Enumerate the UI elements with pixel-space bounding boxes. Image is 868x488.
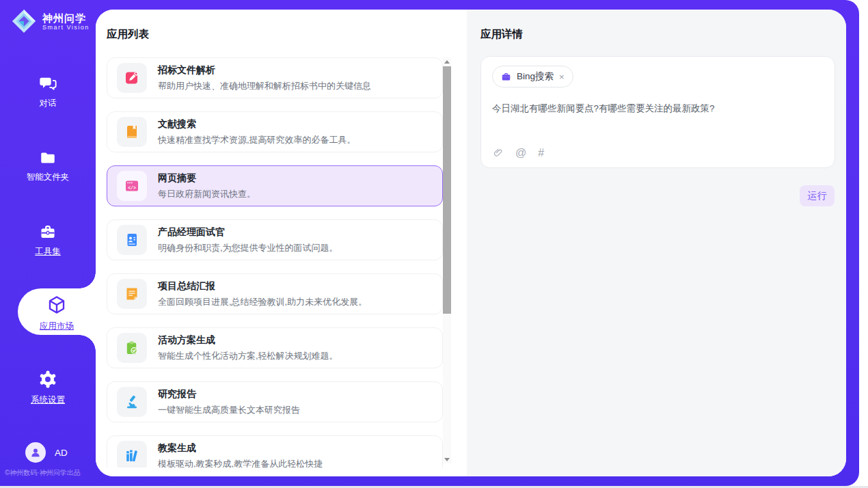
app-card-text: 产品经理面试官 明确身份和职责,为您提供专业性的面试问题。 (158, 226, 338, 254)
window-frame: 神州问学 Smart Vision 对话 智能文件夹 (0, 0, 859, 486)
gear-icon (38, 369, 58, 390)
pen-document-icon (117, 63, 147, 93)
app-title: 活动方案生成 (158, 334, 338, 347)
app-description: 每日政府新闻资讯快查。 (158, 188, 256, 200)
toolbox-icon (38, 223, 58, 241)
copyright-text: ©神州数码·神州问学出品 (5, 468, 94, 478)
app-title: 产品经理面试官 (158, 226, 338, 239)
app-card-text: 研究报告 一键智能生成高质量长文本研究报告 (158, 388, 300, 416)
scrollbar-down-arrow[interactable] (443, 455, 451, 463)
sidebar-item-label: 工具集 (0, 246, 96, 258)
app-description: 一键智能生成高质量长文本研究报告 (158, 404, 300, 416)
brand-subtitle: Smart Vision (42, 24, 90, 31)
hashtag-icon[interactable]: # (538, 148, 544, 159)
app-title: 招标文件解析 (158, 64, 371, 77)
content-area: 应用列表 招标文件解析 帮助用户快速、准确地理解和解析招标书 (96, 10, 846, 476)
app-card-event-plan-generator[interactable]: 活动方案生成 智能生成个性化活动方案,轻松解决规划难题。 (107, 327, 443, 368)
note-icon (117, 279, 147, 309)
app-title: 项目总结汇报 (158, 280, 367, 293)
app-description: 智能生成个性化活动方案,轻松解决规划难题。 (158, 350, 338, 362)
scrollbar-thumb[interactable] (443, 66, 451, 314)
app-card-bid-document-parse[interactable]: 招标文件解析 帮助用户快速、准确地理解和解析招标书中的关键信息 (107, 57, 443, 98)
brand-text: 神州问学 Smart Vision (42, 12, 90, 31)
app-description: 全面回顾项目进展,总结经验教训,助力未来优化发展。 (158, 296, 367, 308)
app-title: 教案生成 (158, 442, 323, 455)
microscope-icon (117, 387, 147, 417)
paperclip-icon[interactable] (493, 147, 504, 159)
app-card-text: 教案生成 模板驱动,教案秒成,教学准备从此轻松快捷 (158, 442, 323, 468)
app-card-research-report[interactable]: 研究报告 一键智能生成高质量长文本研究报告 (107, 381, 443, 422)
sidebar-item-label: 系统设置 (0, 394, 96, 406)
browser-code-icon: </> (117, 171, 147, 201)
books-icon (117, 441, 147, 467)
mention-icon[interactable]: @ (515, 148, 526, 159)
sidebar-item-label: 智能文件夹 (0, 172, 96, 183)
app-list-panel: 应用列表 招标文件解析 帮助用户快速、准确地理解和解析招标书 (96, 10, 467, 476)
app-list-title: 应用列表 (107, 27, 149, 42)
app-description: 模板驱动,教案秒成,教学准备从此轻松快捷 (158, 458, 323, 468)
app-list: 招标文件解析 帮助用户快速、准确地理解和解析招标书中的关键信息 (107, 57, 443, 467)
sidebar: 神州问学 Smart Vision 对话 智能文件夹 (0, 0, 96, 486)
app-card-text: 招标文件解析 帮助用户快速、准确地理解和解析招标书中的关键信息 (158, 64, 371, 92)
app-card-text: 活动方案生成 智能生成个性化活动方案,轻松解决规划难题。 (158, 334, 338, 362)
app-title: 研究报告 (158, 388, 300, 401)
app-card-webpage-summary[interactable]: </> 网页摘要 每日政府新闻资讯快查。 (107, 165, 443, 206)
user-row: AD (25, 442, 68, 463)
cube-icon (46, 295, 67, 315)
app-description: 快速精准查找学术资源,提高研究效率的必备工具。 (158, 134, 356, 146)
sidebar-item-label: 对话 (0, 98, 96, 109)
app-card-text: 项目总结汇报 全面回顾项目进展,总结经验教训,助力未来优化发展。 (158, 280, 367, 308)
tag-close-icon[interactable]: × (559, 72, 565, 82)
app-card-lesson-plan-generator[interactable]: 教案生成 模板驱动,教案秒成,教学准备从此轻松快捷 (107, 435, 443, 467)
app-title: 文献搜索 (158, 118, 356, 131)
folder-icon (38, 149, 58, 167)
diamond-logo-icon (11, 8, 37, 34)
app-card-literature-search[interactable]: 文献搜索 快速精准查找学术资源,提高研究效率的必备工具。 (107, 111, 443, 152)
list-scrollbar (443, 57, 451, 463)
briefcase-icon (501, 72, 511, 82)
attachment-toolbar: @ # (493, 147, 544, 159)
scrollbar-up-arrow[interactable] (443, 57, 451, 66)
app-detail-panel: 应用详情 Bing搜索 × 今日湖北有哪些新闻要点?有哪些需要关注的最新政策? (467, 10, 846, 476)
app-card-text: 文献搜索 快速精准查找学术资源,提高研究效率的必备工具。 (158, 118, 356, 146)
app-detail-title: 应用详情 (480, 27, 523, 42)
user-initials: AD (55, 448, 68, 458)
sidebar-item-chat[interactable]: 对话 (0, 74, 96, 109)
app-card-pm-interviewer[interactable]: 产品经理面试官 明确身份和职责,为您提供专业性的面试问题。 (107, 219, 443, 260)
sidebar-item-app-market[interactable]: 应用市场 (18, 288, 96, 335)
app-description: 明确身份和职责,为您提供专业性的面试问题。 (158, 242, 338, 254)
sidebar-item-settings[interactable]: 系统设置 (0, 369, 96, 406)
svg-text:</>: </> (128, 186, 136, 191)
query-card[interactable]: Bing搜索 × 今日湖北有哪些新闻要点?有哪些需要关注的最新政策? @ # (480, 56, 835, 168)
book-icon (117, 117, 147, 147)
sidebar-item-toolset[interactable]: 工具集 (0, 223, 96, 258)
person-document-icon (117, 225, 147, 255)
sidebar-item-label: 应用市场 (18, 321, 96, 332)
clipboard-check-icon (117, 333, 147, 363)
app-card-project-summary-report[interactable]: 项目总结汇报 全面回顾项目进展,总结经验教训,助力未来优化发展。 (107, 273, 443, 314)
app-description: 帮助用户快速、准确地理解和解析招标书中的关键信息 (158, 80, 371, 92)
query-input[interactable]: 今日湖北有哪些新闻要点?有哪些需要关注的最新政策? (492, 102, 824, 115)
app-title: 网页摘要 (158, 172, 256, 185)
app-screen: 神州问学 Smart Vision 对话 智能文件夹 (0, 0, 868, 488)
avatar[interactable] (25, 442, 46, 463)
run-button[interactable]: 运行 (800, 185, 835, 206)
chat-icon (38, 74, 58, 93)
tool-tag-bing-search[interactable]: Bing搜索 × (492, 66, 573, 87)
sidebar-item-smart-folder[interactable]: 智能文件夹 (0, 149, 96, 183)
person-icon (29, 446, 42, 459)
app-card-text: 网页摘要 每日政府新闻资讯快查。 (158, 172, 256, 200)
tool-tag-label: Bing搜索 (517, 70, 554, 83)
brand-logo: 神州问学 Smart Vision (11, 8, 90, 34)
brand-name: 神州问学 (42, 12, 90, 24)
